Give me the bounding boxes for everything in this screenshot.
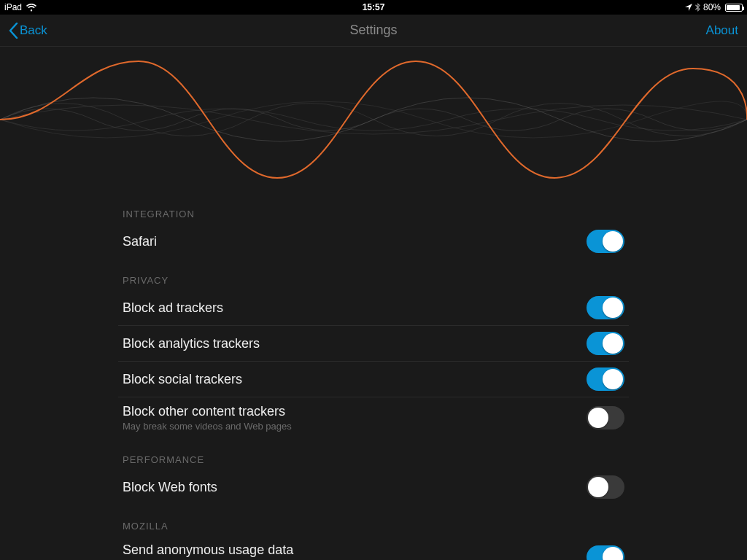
settings-scroll[interactable]: INTEGRATIONSafariPRIVACYBlock ad tracker… bbox=[0, 192, 747, 560]
setting-row-block-other-trackers: Block other content trackersMay break so… bbox=[118, 397, 629, 438]
clock: 15:57 bbox=[363, 2, 385, 12]
row-title: Safari bbox=[123, 233, 587, 250]
toggle-block-ad-trackers[interactable] bbox=[587, 296, 624, 319]
toggle-knob bbox=[603, 547, 623, 560]
chevron-left-icon bbox=[9, 23, 18, 39]
row-title: Block ad trackers bbox=[123, 300, 587, 316]
section-header: PERFORMANCE bbox=[118, 438, 629, 470]
location-icon bbox=[685, 4, 692, 11]
page-title: Settings bbox=[349, 23, 397, 38]
toggle-knob bbox=[603, 298, 623, 318]
setting-row-safari: Safari bbox=[118, 224, 629, 259]
toggle-safari[interactable] bbox=[587, 230, 624, 253]
section-mozilla: MOZILLASend anonymous usage dataLearn mo… bbox=[118, 505, 629, 560]
toggle-block-social-trackers[interactable] bbox=[587, 368, 624, 391]
back-label: Back bbox=[20, 23, 47, 38]
setting-row-block-web-fonts: Block Web fonts bbox=[118, 470, 629, 505]
section-privacy: PRIVACYBlock ad trackersBlock analytics … bbox=[118, 259, 629, 438]
nav-bar: Back Settings About bbox=[0, 15, 747, 47]
toggle-send-usage-data[interactable] bbox=[587, 545, 624, 560]
row-title: Block analytics trackers bbox=[123, 335, 587, 352]
toggle-knob bbox=[588, 408, 608, 428]
section-header: MOZILLA bbox=[118, 505, 629, 536]
ios-status-bar: iPad 15:57 80% bbox=[0, 0, 747, 15]
row-subtitle: May break some videos and Web pages bbox=[123, 421, 587, 433]
setting-row-block-ad-trackers: Block ad trackers bbox=[118, 290, 629, 326]
row-text: Block other content trackersMay break so… bbox=[123, 403, 587, 432]
row-title: Send anonymous usage data bbox=[123, 542, 587, 559]
about-button[interactable]: About bbox=[706, 23, 738, 38]
device-label: iPad bbox=[4, 2, 22, 12]
battery-fill bbox=[727, 5, 740, 10]
setting-row-send-usage-data: Send anonymous usage dataLearn more bbox=[118, 536, 629, 560]
section-integration: INTEGRATIONSafari bbox=[118, 192, 629, 259]
section-header: PRIVACY bbox=[118, 259, 629, 290]
row-title: Block Web fonts bbox=[123, 479, 587, 496]
row-text: Safari bbox=[123, 233, 587, 250]
row-text: Block ad trackers bbox=[123, 300, 587, 316]
bluetooth-icon bbox=[695, 3, 700, 12]
setting-row-block-social-trackers: Block social trackers bbox=[118, 362, 629, 397]
battery-percent: 80% bbox=[703, 2, 721, 12]
row-text: Block Web fonts bbox=[123, 479, 587, 496]
back-button[interactable]: Back bbox=[9, 23, 47, 39]
wifi-icon bbox=[26, 4, 36, 12]
row-title: Block social trackers bbox=[123, 371, 587, 388]
hero-wave bbox=[0, 47, 747, 192]
row-text: Block social trackers bbox=[123, 371, 587, 388]
toggle-knob bbox=[603, 333, 623, 354]
toggle-block-analytics-trackers[interactable] bbox=[587, 332, 624, 355]
section-header: INTEGRATION bbox=[118, 192, 629, 224]
toggle-knob bbox=[588, 477, 608, 497]
toggle-knob bbox=[603, 231, 623, 252]
row-text: Block analytics trackers bbox=[123, 335, 587, 352]
row-text: Send anonymous usage dataLearn more bbox=[123, 542, 587, 560]
toggle-knob bbox=[603, 369, 623, 389]
section-performance: PERFORMANCEBlock Web fonts bbox=[118, 438, 629, 505]
row-title: Block other content trackers bbox=[123, 403, 587, 420]
settings-list: INTEGRATIONSafariPRIVACYBlock ad tracker… bbox=[118, 192, 629, 560]
battery-icon bbox=[725, 4, 743, 12]
setting-row-block-analytics-trackers: Block analytics trackers bbox=[118, 326, 629, 362]
toggle-block-web-fonts[interactable] bbox=[587, 475, 624, 499]
toggle-block-other-trackers[interactable] bbox=[587, 406, 624, 429]
